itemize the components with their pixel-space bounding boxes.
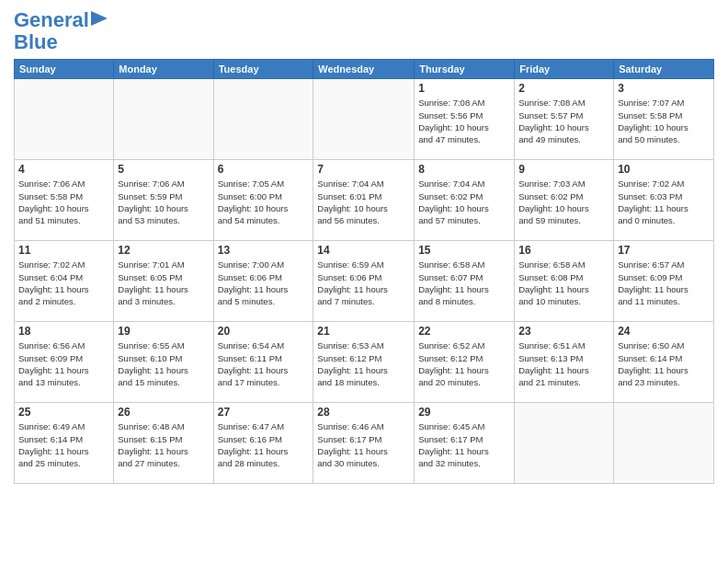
day-number: 21	[317, 325, 410, 338]
day-info: Sunrise: 6:59 AMSunset: 6:06 PMDaylight:…	[317, 259, 410, 307]
calendar-cell: 14Sunrise: 6:59 AMSunset: 6:06 PMDayligh…	[313, 241, 415, 322]
day-info: Sunrise: 6:45 AMSunset: 6:17 PMDaylight:…	[418, 420, 510, 469]
day-number: 28	[317, 406, 410, 419]
day-info: Sunrise: 7:01 AMSunset: 6:05 PMDaylight:…	[118, 259, 209, 307]
calendar-cell: 4Sunrise: 7:06 AMSunset: 5:58 PMDaylight…	[15, 160, 114, 241]
calendar-cell: 26Sunrise: 6:48 AMSunset: 6:15 PMDayligh…	[114, 403, 213, 484]
calendar-week-row: 1Sunrise: 7:08 AMSunset: 5:56 PMDaylight…	[15, 79, 714, 160]
day-info: Sunrise: 6:52 AMSunset: 6:12 PMDaylight:…	[418, 339, 510, 388]
day-number: 3	[618, 82, 710, 95]
day-number: 15	[418, 244, 510, 257]
day-info: Sunrise: 7:08 AMSunset: 5:56 PMDaylight:…	[418, 97, 510, 145]
day-info: Sunrise: 7:03 AMSunset: 6:02 PMDaylight:…	[518, 178, 609, 226]
day-info: Sunrise: 7:00 AMSunset: 6:06 PMDaylight:…	[218, 259, 310, 307]
calendar-cell	[515, 403, 614, 484]
day-number: 20	[218, 325, 310, 338]
day-number: 27	[218, 406, 310, 419]
day-header-thursday: Thursday	[415, 60, 515, 79]
day-number: 22	[418, 325, 510, 338]
calendar-week-row: 4Sunrise: 7:06 AMSunset: 5:58 PMDaylight…	[15, 160, 714, 241]
day-info: Sunrise: 7:08 AMSunset: 5:57 PMDaylight:…	[518, 97, 609, 145]
day-info: Sunrise: 6:53 AMSunset: 6:12 PMDaylight:…	[317, 339, 410, 388]
day-info: Sunrise: 6:50 AMSunset: 6:14 PMDaylight:…	[618, 339, 710, 388]
calendar-cell	[614, 403, 714, 484]
calendar-cell: 2Sunrise: 7:08 AMSunset: 5:57 PMDaylight…	[515, 79, 614, 160]
day-number: 17	[618, 244, 710, 257]
day-info: Sunrise: 7:05 AMSunset: 6:00 PMDaylight:…	[218, 178, 310, 226]
day-header-tuesday: Tuesday	[213, 60, 313, 79]
day-header-wednesday: Wednesday	[313, 60, 415, 79]
header: General Blue	[14, 9, 714, 53]
day-number: 19	[118, 325, 209, 338]
day-info: Sunrise: 6:51 AMSunset: 6:13 PMDaylight:…	[518, 339, 609, 388]
day-number: 25	[18, 406, 109, 419]
day-number: 4	[18, 163, 109, 176]
calendar-week-row: 25Sunrise: 6:49 AMSunset: 6:14 PMDayligh…	[15, 403, 714, 484]
day-info: Sunrise: 6:58 AMSunset: 6:07 PMDaylight:…	[418, 259, 510, 307]
day-info: Sunrise: 6:57 AMSunset: 6:09 PMDaylight:…	[618, 259, 710, 307]
day-header-monday: Monday	[114, 60, 213, 79]
day-number: 26	[118, 406, 209, 419]
calendar-cell: 15Sunrise: 6:58 AMSunset: 6:07 PMDayligh…	[415, 241, 515, 322]
logo-blue-text: Blue	[14, 31, 58, 53]
calendar-cell: 17Sunrise: 6:57 AMSunset: 6:09 PMDayligh…	[614, 241, 714, 322]
day-number: 12	[118, 244, 209, 257]
page: General Blue SundayMondayTuesdayWednesda…	[0, 0, 728, 493]
day-header-friday: Friday	[515, 60, 614, 79]
calendar-cell: 1Sunrise: 7:08 AMSunset: 5:56 PMDaylight…	[415, 79, 515, 160]
calendar-cell: 12Sunrise: 7:01 AMSunset: 6:05 PMDayligh…	[114, 241, 213, 322]
calendar-cell: 8Sunrise: 7:04 AMSunset: 6:02 PMDaylight…	[415, 160, 515, 241]
day-number: 9	[518, 163, 609, 176]
calendar-cell: 23Sunrise: 6:51 AMSunset: 6:13 PMDayligh…	[515, 322, 614, 403]
day-number: 14	[317, 244, 410, 257]
day-number: 13	[218, 244, 310, 257]
day-number: 18	[18, 325, 109, 338]
calendar-cell	[114, 79, 213, 160]
calendar-cell: 19Sunrise: 6:55 AMSunset: 6:10 PMDayligh…	[114, 322, 213, 403]
calendar-cell: 28Sunrise: 6:46 AMSunset: 6:17 PMDayligh…	[313, 403, 415, 484]
calendar-cell: 27Sunrise: 6:47 AMSunset: 6:16 PMDayligh…	[213, 403, 313, 484]
day-info: Sunrise: 6:49 AMSunset: 6:14 PMDaylight:…	[18, 420, 109, 469]
day-number: 23	[518, 325, 609, 338]
day-number: 1	[418, 82, 510, 95]
calendar-cell: 10Sunrise: 7:02 AMSunset: 6:03 PMDayligh…	[614, 160, 714, 241]
day-number: 29	[418, 406, 510, 419]
day-info: Sunrise: 7:06 AMSunset: 5:58 PMDaylight:…	[18, 178, 109, 226]
logo-text: General	[14, 9, 89, 31]
day-info: Sunrise: 7:06 AMSunset: 5:59 PMDaylight:…	[118, 178, 209, 226]
calendar-cell: 3Sunrise: 7:07 AMSunset: 5:58 PMDaylight…	[614, 79, 714, 160]
calendar-cell: 16Sunrise: 6:58 AMSunset: 6:08 PMDayligh…	[515, 241, 614, 322]
calendar-cell	[213, 79, 313, 160]
calendar-cell: 29Sunrise: 6:45 AMSunset: 6:17 PMDayligh…	[415, 403, 515, 484]
day-info: Sunrise: 7:02 AMSunset: 6:03 PMDaylight:…	[618, 178, 710, 226]
calendar-table: SundayMondayTuesdayWednesdayThursdayFrid…	[14, 59, 714, 484]
day-info: Sunrise: 6:56 AMSunset: 6:09 PMDaylight:…	[18, 339, 109, 388]
day-info: Sunrise: 6:55 AMSunset: 6:10 PMDaylight:…	[118, 339, 209, 388]
day-number: 7	[317, 163, 410, 176]
calendar-cell: 22Sunrise: 6:52 AMSunset: 6:12 PMDayligh…	[415, 322, 515, 403]
svg-marker-0	[91, 11, 108, 26]
day-number: 2	[518, 82, 609, 95]
calendar-cell: 13Sunrise: 7:00 AMSunset: 6:06 PMDayligh…	[213, 241, 313, 322]
day-info: Sunrise: 7:04 AMSunset: 6:02 PMDaylight:…	[418, 178, 510, 226]
calendar-week-row: 11Sunrise: 7:02 AMSunset: 6:04 PMDayligh…	[15, 241, 714, 322]
calendar-cell: 5Sunrise: 7:06 AMSunset: 5:59 PMDaylight…	[114, 160, 213, 241]
calendar-cell: 18Sunrise: 6:56 AMSunset: 6:09 PMDayligh…	[15, 322, 114, 403]
calendar-cell: 20Sunrise: 6:54 AMSunset: 6:11 PMDayligh…	[213, 322, 313, 403]
day-number: 6	[218, 163, 310, 176]
day-info: Sunrise: 7:02 AMSunset: 6:04 PMDaylight:…	[18, 259, 109, 307]
day-number: 11	[18, 244, 109, 257]
calendar-cell: 9Sunrise: 7:03 AMSunset: 6:02 PMDaylight…	[515, 160, 614, 241]
day-info: Sunrise: 7:04 AMSunset: 6:01 PMDaylight:…	[317, 178, 410, 226]
calendar-cell: 21Sunrise: 6:53 AMSunset: 6:12 PMDayligh…	[313, 322, 415, 403]
day-number: 5	[118, 163, 209, 176]
calendar-cell: 25Sunrise: 6:49 AMSunset: 6:14 PMDayligh…	[15, 403, 114, 484]
calendar-cell: 11Sunrise: 7:02 AMSunset: 6:04 PMDayligh…	[15, 241, 114, 322]
day-info: Sunrise: 6:58 AMSunset: 6:08 PMDaylight:…	[518, 259, 609, 307]
day-info: Sunrise: 6:47 AMSunset: 6:16 PMDaylight:…	[218, 420, 310, 469]
day-number: 10	[618, 163, 710, 176]
day-number: 24	[618, 325, 710, 338]
logo-arrow-icon	[91, 9, 109, 28]
day-info: Sunrise: 6:48 AMSunset: 6:15 PMDaylight:…	[118, 420, 209, 469]
calendar-cell: 24Sunrise: 6:50 AMSunset: 6:14 PMDayligh…	[614, 322, 714, 403]
